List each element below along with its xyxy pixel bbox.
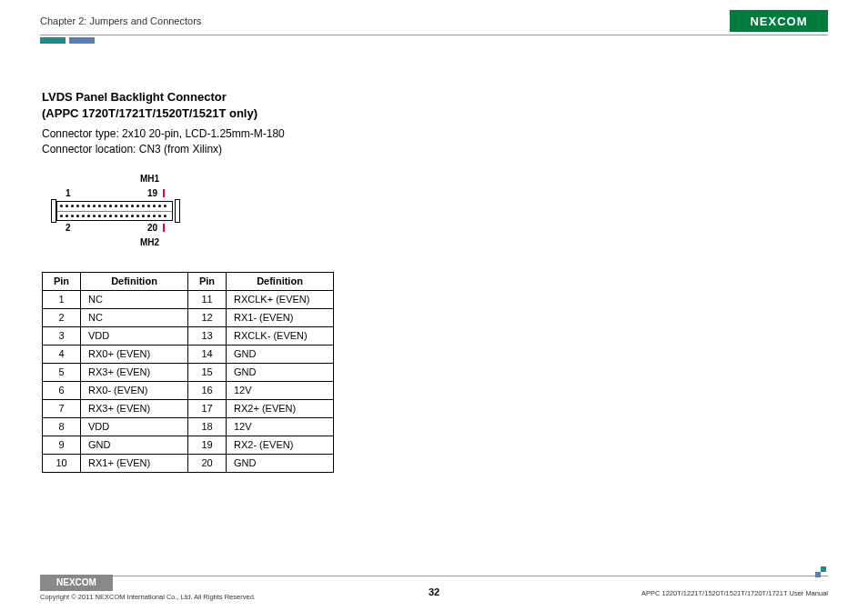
diagram-label-mh2: MH2 — [140, 237, 159, 247]
cell-definition: RX3+ (EVEN) — [81, 363, 188, 381]
diagram-label-mh1: MH1 — [140, 174, 159, 184]
cell-definition: NC — [81, 290, 188, 308]
brand-logo-footer: NEXCOM — [40, 575, 113, 591]
desc-line-2: Connector location: CN3 (from Xilinx) — [42, 142, 828, 157]
th-def-2: Definition — [227, 272, 334, 290]
connector-ear-right — [175, 199, 180, 223]
connector-row-bottom — [57, 211, 172, 220]
section-title-line1: LVDS Panel Backlight Connector — [42, 89, 828, 105]
cell-definition: RX1+ (EVEN) — [81, 454, 188, 472]
table-row: 7RX3+ (EVEN)17RX2+ (EVEN) — [43, 399, 334, 417]
cell-pin: 12 — [188, 308, 227, 326]
pin-table: Pin Definition Pin Definition 1NC11RXCLK… — [42, 272, 334, 473]
cell-pin: 4 — [43, 345, 81, 363]
cell-pin: 15 — [188, 363, 227, 381]
th-pin-2: Pin — [188, 272, 227, 290]
th-pin-1: Pin — [43, 272, 81, 290]
cell-pin: 10 — [43, 454, 81, 472]
table-row: 5RX3+ (EVEN)15GND — [43, 363, 334, 381]
connector-body — [56, 201, 173, 221]
cell-pin: 14 — [188, 345, 227, 363]
section-description: Connector type: 2x10 20-pin, LCD-1.25mm-… — [42, 126, 828, 157]
desc-line-1: Connector type: 2x10 20-pin, LCD-1.25mm-… — [42, 126, 828, 142]
section-title-line2: (APPC 1720T/1721T/1520T/1521T only) — [42, 105, 828, 122]
table-row: 2NC12RX1- (EVEN) — [43, 308, 334, 326]
table-row: 3VDD13RXCLK- (EVEN) — [43, 326, 334, 345]
cell-definition: RX0+ (EVEN) — [81, 345, 188, 363]
cell-pin: 7 — [43, 399, 81, 417]
brand-logo-text: NEXCOM — [750, 15, 807, 28]
cell-pin: 9 — [43, 436, 81, 454]
connector-row-top — [57, 202, 172, 211]
table-row: 10RX1+ (EVEN)20GND — [43, 454, 334, 472]
cell-pin: 6 — [43, 381, 81, 399]
diagram-label-pin2: 2 — [66, 223, 71, 233]
diagram-mark-top — [163, 189, 165, 197]
table-row: 6RX0- (EVEN)1612V — [43, 381, 334, 399]
copyright-text: Copyright © 2011 NEXCOM International Co… — [40, 593, 256, 601]
cell-pin: 13 — [188, 326, 227, 345]
chapter-title: Chapter 2: Jumpers and Connectors — [40, 15, 201, 26]
cell-pin: 2 — [43, 308, 81, 326]
cell-definition: RXCLK+ (EVEN) — [227, 290, 334, 308]
cell-definition: RXCLK- (EVEN) — [227, 326, 334, 345]
cell-definition: RX0- (EVEN) — [81, 381, 188, 399]
accent-teal — [40, 37, 66, 44]
cell-definition: VDD — [81, 417, 188, 436]
page-footer: NEXCOM Copyright © 2011 NEXCOM Internati… — [40, 576, 828, 598]
cell-pin: 16 — [188, 381, 227, 399]
cell-definition: RX2- (EVEN) — [227, 436, 334, 454]
table-row: 8VDD1812V — [43, 417, 334, 436]
cell-pin: 19 — [188, 436, 227, 454]
cell-definition: GND — [227, 345, 334, 363]
table-row: 1NC11RXCLK+ (EVEN) — [43, 290, 334, 308]
table-row: 4RX0+ (EVEN)14GND — [43, 345, 334, 363]
brand-logo: NEXCOM — [730, 10, 828, 32]
cell-pin: 18 — [188, 417, 227, 436]
table-row: 9GND19RX2- (EVEN) — [43, 436, 334, 454]
cell-pin: 11 — [188, 290, 227, 308]
cell-definition: GND — [227, 454, 334, 472]
diagram-mark-bottom — [163, 224, 165, 232]
section-title: LVDS Panel Backlight Connector (APPC 172… — [42, 89, 828, 121]
connector-diagram: MH1 1 19 2 20 MH2 — [49, 174, 204, 255]
cell-definition: NC — [81, 308, 188, 326]
accent-blue — [69, 37, 95, 44]
diagram-label-pin20: 20 — [147, 223, 157, 233]
diagram-label-pin19: 19 — [147, 188, 157, 198]
manual-name: APPC 1220T/1221T/1520T/1521T/1720T/1721T… — [641, 589, 828, 598]
page-number: 32 — [429, 586, 439, 597]
content-region: LVDS Panel Backlight Connector (APPC 172… — [40, 89, 828, 473]
page-header: Chapter 2: Jumpers and Connectors NEXCOM — [40, 9, 828, 33]
accent-bar — [40, 37, 828, 44]
cell-pin: 8 — [43, 417, 81, 436]
cell-definition: VDD — [81, 326, 188, 345]
cell-pin: 1 — [43, 290, 81, 308]
cell-definition: RX3+ (EVEN) — [81, 399, 188, 417]
cell-pin: 17 — [188, 399, 227, 417]
cell-pin: 20 — [188, 454, 227, 472]
cell-definition: GND — [227, 363, 334, 381]
cell-definition: RX1- (EVEN) — [227, 308, 334, 326]
cell-pin: 3 — [43, 326, 81, 345]
th-def-1: Definition — [81, 272, 188, 290]
header-divider — [40, 35, 828, 35]
cell-definition: 12V — [227, 417, 334, 436]
cell-definition: 12V — [227, 381, 334, 399]
diagram-label-pin1: 1 — [66, 188, 71, 198]
cell-definition: RX2+ (EVEN) — [227, 399, 334, 417]
cell-pin: 5 — [43, 363, 81, 381]
table-header-row: Pin Definition Pin Definition — [43, 272, 334, 290]
brand-logo-footer-text: NEXCOM — [56, 577, 96, 587]
cell-definition: GND — [81, 436, 188, 454]
